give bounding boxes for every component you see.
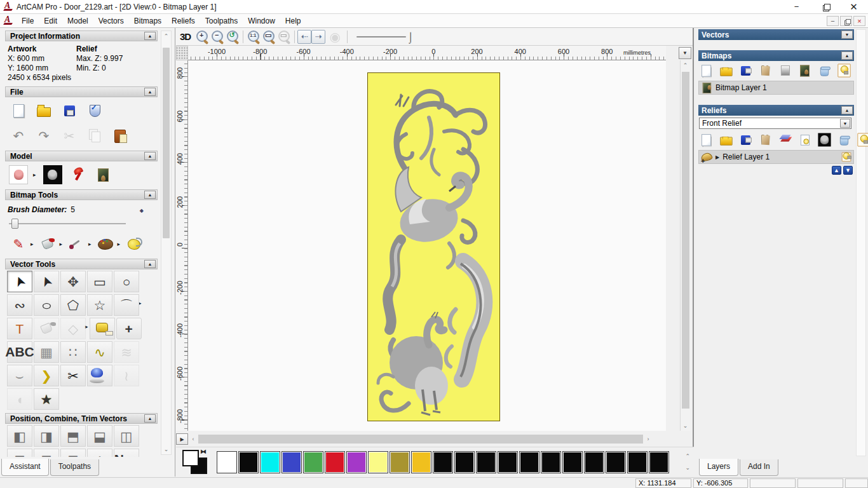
align-top-icon[interactable]: ⬒: [60, 425, 86, 447]
snap-to-right-icon[interactable]: ⇢: [311, 30, 325, 44]
offset-vectors-icon[interactable]: ◇: [60, 318, 86, 339]
palette-swatch[interactable]: [238, 451, 259, 473]
paint-selected-vectors-icon[interactable]: [34, 318, 59, 339]
create-polygon-icon[interactable]: ⬠: [60, 294, 86, 316]
mirror-merge-vectors-icon[interactable]: ◖: [7, 388, 32, 410]
palette-swatch[interactable]: [584, 451, 604, 473]
fillet-tool-icon[interactable]: ⌣: [7, 365, 32, 386]
expand-arrow-icon[interactable]: ▼: [841, 30, 853, 39]
zoom-1-to-1-icon[interactable]: 1:1: [246, 29, 261, 44]
bitmap-preview-icon[interactable]: [798, 64, 811, 77]
save-model-icon[interactable]: [60, 101, 79, 120]
palette-swatch[interactable]: [627, 451, 648, 473]
scroll-left-icon[interactable]: ‹: [188, 434, 198, 444]
palette-swatch[interactable]: [325, 451, 345, 473]
save-relief-icon[interactable]: [739, 133, 752, 146]
greyscale-bitmap-icon[interactable]: [778, 64, 791, 77]
scroll-up-icon[interactable]: ⌃: [161, 31, 171, 41]
texture-sponge-icon[interactable]: [125, 234, 144, 254]
zoom-out-icon[interactable]: −: [210, 29, 225, 44]
select-vectors-icon[interactable]: ➤: [7, 271, 32, 292]
vector-doctor-icon[interactable]: ★: [34, 388, 59, 410]
tab-toolpaths[interactable]: Toolpaths: [50, 459, 99, 476]
wrap-text-vectors-icon[interactable]: ABC: [7, 341, 32, 363]
section-header-model[interactable]: Model ▲: [5, 151, 158, 161]
align-left-icon[interactable]: ◧: [7, 425, 32, 447]
zoom-selection-icon[interactable]: ▭: [276, 29, 292, 44]
section-header-vector-tools[interactable]: Vector Tools ▲: [5, 259, 158, 269]
undo-icon[interactable]: ↶: [9, 126, 28, 146]
canvas-viewport[interactable]: [188, 60, 666, 431]
tab-layers[interactable]: Layers: [699, 459, 738, 476]
palette-swatch[interactable]: [454, 451, 475, 473]
menu-window[interactable]: Window: [243, 15, 280, 27]
fit-curve-to-points-icon[interactable]: ∿: [87, 341, 112, 363]
centre-in-page-icon[interactable]: ⊡: [7, 449, 32, 457]
colour-palette-icon[interactable]: [96, 234, 115, 254]
centre-in-page-both-icon[interactable]: ⊞: [34, 449, 59, 457]
model-properties-icon[interactable]: [85, 101, 104, 120]
move-layer-up-button[interactable]: ▲: [832, 166, 841, 175]
scroll-up-icon[interactable]: ⌃: [685, 453, 690, 459]
bitmap-layer-name[interactable]: Bitmap Layer 1: [715, 83, 767, 92]
palette-swatch[interactable]: [562, 451, 583, 473]
create-freehand-curve-icon[interactable]: ≀: [114, 365, 139, 386]
new-bitmap-icon[interactable]: [700, 64, 712, 77]
envelope-distort-icon[interactable]: ▦: [34, 341, 59, 363]
nesting-icon[interactable]: Nes: [114, 449, 139, 457]
interactive-sculpting-icon[interactable]: [87, 365, 112, 386]
palette-swatch[interactable]: [476, 451, 496, 473]
relief-lighting-icon[interactable]: [798, 133, 811, 146]
node-editing-icon[interactable]: ➤: [34, 271, 59, 292]
palette-swatch[interactable]: [346, 451, 367, 473]
trim-vectors-icon[interactable]: ✂: [60, 365, 86, 386]
slider-handle[interactable]: ⌡: [408, 32, 414, 43]
scrollbar-thumb[interactable]: [682, 72, 689, 409]
flyout-arrow-icon[interactable]: ▸: [33, 172, 36, 178]
palette-swatch[interactable]: [649, 451, 669, 473]
units-dropdown[interactable]: ▼: [679, 47, 691, 59]
palette-swatch[interactable]: [217, 451, 237, 473]
create-rectangle-icon[interactable]: ▭: [87, 271, 112, 292]
primary-colour-swatch[interactable]: [182, 450, 199, 466]
mdi-minimize-button[interactable]: −: [827, 16, 839, 26]
restore-button[interactable]: [811, 0, 839, 14]
paste-icon[interactable]: [111, 126, 130, 146]
create-circle-icon[interactable]: ○: [114, 271, 139, 292]
copy-icon[interactable]: [85, 126, 104, 146]
greyscale-from-relief-icon[interactable]: [43, 165, 62, 184]
preview-view-icon[interactable]: ◉: [325, 27, 344, 46]
save-bitmap-icon[interactable]: [739, 64, 752, 77]
section-header-file[interactable]: File ▲: [5, 86, 158, 97]
create-arc-icon[interactable]: ⌒: [114, 294, 139, 316]
palette-swatch[interactable]: [498, 451, 518, 473]
flyout-arrow-icon[interactable]: ▸: [60, 241, 63, 247]
new-model-icon[interactable]: [9, 101, 28, 120]
menu-file[interactable]: File: [17, 15, 39, 27]
scroll-right-icon[interactable]: ›: [643, 434, 653, 444]
snap-to-left-icon[interactable]: ⇠: [297, 30, 311, 44]
delete-bitmap-layer-icon[interactable]: [818, 64, 831, 77]
collapse-arrow-icon[interactable]: ▲: [144, 152, 156, 160]
scrollbar-thumb[interactable]: [163, 48, 170, 238]
close-button[interactable]: ✕: [839, 0, 868, 14]
mdi-close-button[interactable]: ×: [853, 16, 865, 26]
collapse-arrow-icon[interactable]: ▲: [144, 32, 156, 40]
chevron-down-icon[interactable]: ▼: [840, 119, 850, 128]
switch-3d-view-button[interactable]: 3D: [180, 31, 191, 42]
section-header-reliefs[interactable]: Reliefs ▲: [698, 105, 854, 116]
flyout-arrow-icon[interactable]: ▸: [118, 241, 121, 247]
collapse-arrow-icon[interactable]: ▲: [144, 191, 156, 199]
menu-model[interactable]: Model: [62, 15, 93, 27]
scroll-down-icon[interactable]: ⌄: [161, 444, 171, 454]
flood-fill-icon[interactable]: [38, 234, 57, 254]
canvas-horizontal-scrollbar[interactable]: ▶ ‹ ›: [176, 433, 681, 445]
section-header-vectors[interactable]: Vectors ▼: [698, 29, 854, 40]
relief-visibility-bulb-icon[interactable]: [842, 152, 851, 161]
bitmap-layer-row[interactable]: Bitmap Layer 1: [698, 81, 854, 95]
palette-swatch[interactable]: [281, 451, 302, 473]
block-paste-icon[interactable]: +: [116, 318, 142, 339]
tab-add-in[interactable]: Add In: [740, 459, 778, 476]
toggle-bitmap-visibility-icon[interactable]: [837, 64, 850, 77]
section-header-position-combine-trim[interactable]: Position, Combine, Trim Vectors ▲: [5, 413, 158, 424]
